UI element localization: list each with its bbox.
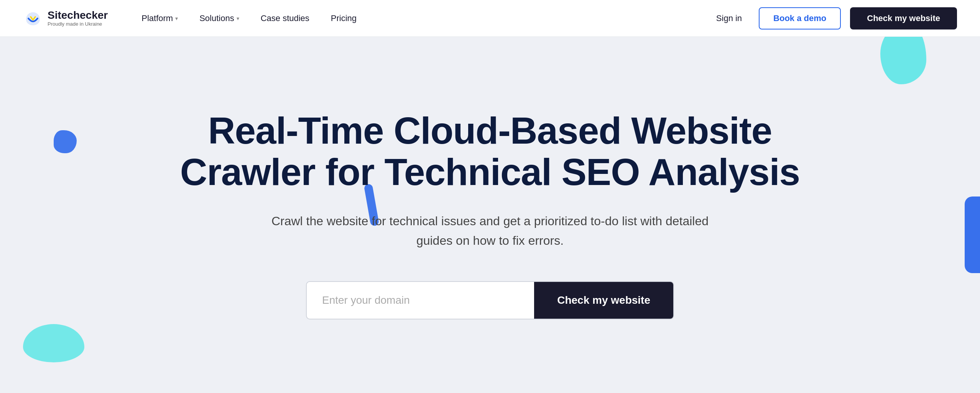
book-demo-button[interactable]: Book a demo	[759, 7, 841, 29]
nav-links: Platform ▾ Solutions ▾ Case studies Pric…	[131, 0, 709, 37]
hero-content: Real-Time Cloud-Based Website Crawler fo…	[145, 110, 835, 319]
domain-input[interactable]	[307, 282, 534, 319]
nav-item-pricing[interactable]: Pricing	[320, 0, 367, 37]
check-my-website-hero-button[interactable]: Check my website	[534, 282, 673, 319]
chevron-down-icon: ▾	[175, 15, 178, 21]
logo-name: Sitechecker	[48, 10, 108, 21]
hero-title: Real-Time Cloud-Based Website Crawler fo…	[176, 110, 804, 193]
nav-platform-label: Platform	[141, 13, 173, 23]
logo-icon	[23, 8, 43, 28]
nav-item-solutions[interactable]: Solutions ▾	[189, 0, 250, 37]
sign-in-button[interactable]: Sign in	[709, 10, 750, 27]
decorative-blob-cyan-bottom-left	[23, 324, 84, 362]
nav-solutions-label: Solutions	[199, 13, 234, 23]
navbar: Sitechecker Proudly made in Ukraine Plat…	[0, 0, 980, 37]
nav-right: Sign in Book a demo Check my website	[709, 7, 957, 29]
nav-pricing-label: Pricing	[331, 13, 357, 23]
hero-subtitle: Crawl the website for technical issues a…	[260, 211, 720, 251]
decorative-blob-blue-left	[54, 130, 77, 153]
domain-search-bar: Check my website	[306, 281, 674, 319]
logo-text-block: Sitechecker Proudly made in Ukraine	[48, 10, 108, 27]
nav-item-platform[interactable]: Platform ▾	[131, 0, 189, 37]
check-my-website-nav-button[interactable]: Check my website	[850, 7, 957, 29]
logo-tagline: Proudly made in Ukraine	[48, 21, 108, 27]
decorative-blob-blue-right-edge	[965, 196, 980, 273]
nav-case-studies-label: Case studies	[261, 13, 309, 23]
chevron-down-icon: ▾	[237, 15, 239, 21]
hero-section: Real-Time Cloud-Based Website Crawler fo…	[0, 0, 980, 393]
logo-link[interactable]: Sitechecker Proudly made in Ukraine	[23, 8, 108, 28]
nav-item-case-studies[interactable]: Case studies	[250, 0, 320, 37]
